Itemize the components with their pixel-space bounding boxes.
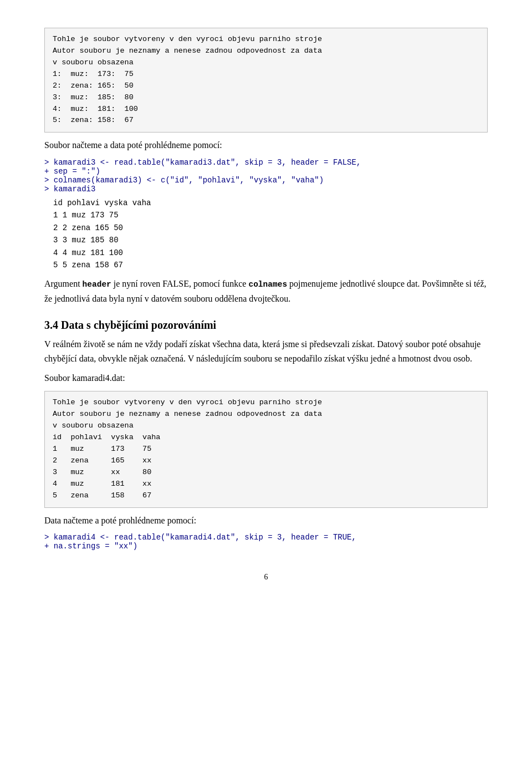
section-paragraph-1: V reálném životě se nám ne vždy podaří z… [44, 337, 488, 365]
argument-text-1: Argument [44, 279, 83, 288]
argument-header-code: header [83, 280, 111, 289]
file-box-1: Tohle je soubor vytvoreny v den vyroci o… [44, 28, 488, 133]
argument-paragraph: Argument header je nyní roven FALSE, pom… [44, 277, 488, 306]
section-heading-3-4: 3.4 Data s chybějícími pozorováními [44, 319, 488, 332]
page-number: 6 [44, 573, 488, 582]
data-table-header: id pohlavi vyska vaha [53, 197, 488, 209]
r-code-print: > kamaradi3 [44, 185, 488, 194]
data-table-row-1: 1 1 muz 173 75 [53, 209, 488, 221]
file-label-2: Soubor kamaradi4.dat: [44, 371, 488, 385]
data-table-row-2: 2 2 zena 165 50 [53, 222, 488, 234]
data-table-row-3: 3 3 muz 185 80 [53, 234, 488, 246]
data-table-row-4: 4 4 muz 181 100 [53, 247, 488, 259]
argument-colnames-code: colnames [248, 280, 287, 289]
file-box-2: Tohle je soubor vytvoreny v den vyroci o… [44, 391, 488, 507]
data-table: id pohlavi vyska vaha 1 1 muz 173 75 2 2… [53, 197, 488, 271]
argument-text-2: je nyní roven FALSE, pomocí funkce [111, 279, 249, 288]
r-code-colnames: > colnames(kamaradi3) <- c("id", "pohlav… [44, 176, 488, 185]
data-table-row-5: 5 5 zena 158 67 [53, 259, 488, 271]
r-code-na: + na.strings = "xx") [44, 542, 488, 551]
r-code-read2: > kamaradi4 <- read.table("kamaradi4.dat… [44, 533, 488, 542]
r-code-sep: + sep = ":") [44, 167, 488, 176]
r-code-read: > kamaradi3 <- read.table("kamaradi3.dat… [44, 158, 488, 167]
file-label-text: Soubor kamaradi4.dat: [44, 373, 125, 383]
intro-text: Soubor načteme a data poté prohlédneme p… [44, 138, 488, 152]
page-content: Tohle je soubor vytvoreny v den vyroci o… [44, 28, 488, 582]
intro-text-2: Data načteme a poté prohlédneme pomocí: [44, 513, 488, 528]
